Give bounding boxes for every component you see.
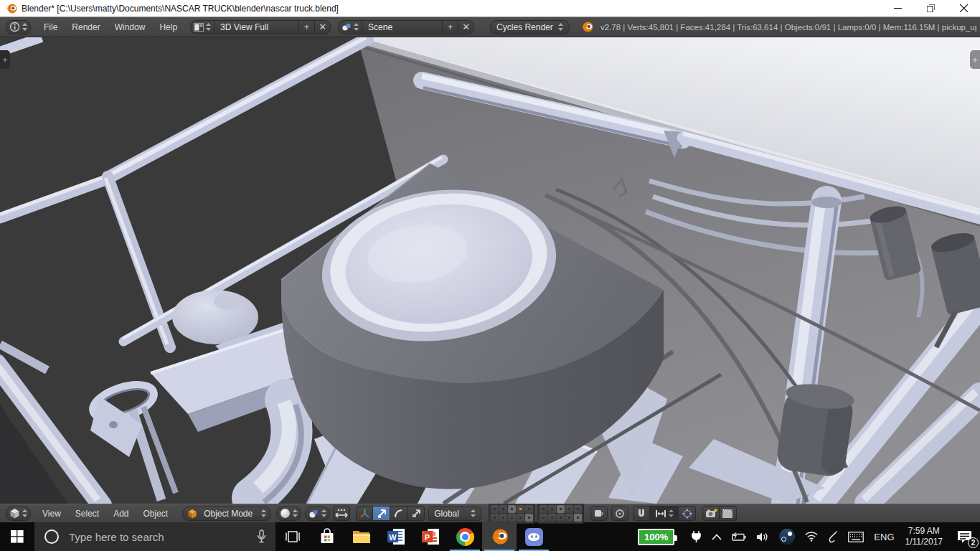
proportional-edit-selector[interactable] <box>611 506 628 521</box>
windows-taskbar: W P <box>0 522 980 551</box>
snap-toggle[interactable] <box>633 506 650 521</box>
select-menu[interactable]: Select <box>68 509 106 519</box>
layer-toggle[interactable] <box>540 505 547 513</box>
render-opengl-animation-button[interactable] <box>720 506 737 521</box>
taskbar-search-box[interactable] <box>34 522 275 551</box>
search-input[interactable] <box>67 530 256 544</box>
selector-arrows-icon <box>22 23 27 32</box>
snap-target-selector[interactable] <box>679 506 696 521</box>
viewport-shading-selector[interactable] <box>276 507 301 521</box>
steam-tray-icon[interactable] <box>774 522 800 551</box>
render-engine-value: Cycles Render <box>496 22 553 32</box>
battery-percentage-indicator[interactable]: 100% <box>633 522 686 551</box>
layer-toggle-active[interactable] <box>517 505 524 513</box>
selector-arrows-icon <box>321 509 326 518</box>
mode-selector[interactable]: Object Mode <box>182 507 271 521</box>
layer-toggle[interactable] <box>525 514 533 522</box>
screen-layout-browse-button[interactable] <box>190 20 215 34</box>
close-button[interactable] <box>947 0 980 17</box>
snap-element-selector[interactable] <box>650 506 679 521</box>
pivot-point-selector[interactable] <box>305 507 330 521</box>
object-menu[interactable]: Object <box>136 509 176 519</box>
layer-toggle[interactable] <box>574 505 582 513</box>
clock[interactable]: 7:59 AM 1/11/2017 <box>900 526 949 547</box>
manipulator-axes-toggle[interactable] <box>356 506 373 521</box>
window-menu[interactable]: Window <box>108 22 153 32</box>
manipulate-centers-toggle[interactable] <box>333 506 350 521</box>
transform-orientation-selector[interactable]: Global <box>428 507 481 521</box>
layer-toggle[interactable] <box>499 505 507 513</box>
battery-tray-icon[interactable] <box>727 522 751 551</box>
lock-to-scene-toggle[interactable] <box>590 506 608 521</box>
delete-scene-button[interactable]: ✕ <box>458 20 474 34</box>
volume-icon[interactable] <box>751 522 774 551</box>
hidden-icons-chevron[interactable] <box>707 522 727 551</box>
taskbar-app-word[interactable]: W <box>379 522 413 551</box>
microphone-icon[interactable] <box>256 529 267 544</box>
editor-type-selector-3d[interactable] <box>6 507 31 521</box>
notification-badge: 2 <box>968 537 979 548</box>
layer-toggle[interactable] <box>565 505 573 513</box>
layer-toggle[interactable] <box>548 514 556 522</box>
add-menu[interactable]: Add <box>106 509 136 519</box>
pen-tray-icon[interactable] <box>823 522 843 551</box>
taskbar-app-chrome[interactable] <box>448 522 482 551</box>
taskbar-app-powerpoint[interactable]: P <box>413 522 448 551</box>
add-layout-button[interactable]: + <box>299 20 315 34</box>
layer-toggle[interactable] <box>525 505 533 513</box>
scale-manipulator-button[interactable] <box>407 506 425 521</box>
layers-widget[interactable] <box>489 503 584 524</box>
layer-toggle[interactable] <box>508 514 516 522</box>
minimize-button[interactable] <box>881 0 914 17</box>
file-menu[interactable]: File <box>37 22 65 32</box>
task-view-button[interactable] <box>275 522 310 551</box>
manipulator-axes-icon <box>359 508 370 519</box>
render-menu[interactable]: Render <box>65 22 107 32</box>
scene-name-field[interactable]: Scene <box>362 20 443 34</box>
render-engine-selector[interactable]: Cycles Render <box>490 20 570 34</box>
taskbar-app-file-explorer[interactable] <box>344 522 379 551</box>
3d-viewport[interactable]: + + <box>0 37 980 504</box>
help-menu[interactable]: Help <box>152 22 184 32</box>
wifi-icon[interactable] <box>800 522 823 551</box>
centers-toggle-icon <box>335 509 348 519</box>
restore-button[interactable] <box>914 0 947 17</box>
svg-text:P: P <box>425 533 430 542</box>
layer-toggle[interactable] <box>557 514 565 522</box>
layer-toggle[interactable] <box>548 505 556 513</box>
power-plug-icon[interactable] <box>686 522 707 551</box>
action-center-button[interactable]: 2 <box>948 522 980 551</box>
layer-toggle[interactable] <box>491 505 499 513</box>
rotate-icon <box>394 509 404 519</box>
screen-layout-name-field[interactable]: 3D View Full <box>215 20 299 34</box>
translate-manipulator-button[interactable] <box>373 506 390 521</box>
scene-browse-button[interactable] <box>338 20 362 34</box>
editor-type-selector[interactable] <box>6 20 31 34</box>
layer-toggle[interactable] <box>499 514 507 522</box>
layer-toggle[interactable] <box>491 514 499 522</box>
shading-sphere-icon <box>280 508 291 519</box>
taskbar-app-discord[interactable] <box>517 522 551 551</box>
layer-toggle[interactable] <box>574 514 582 522</box>
layer-toggle[interactable] <box>565 514 573 522</box>
layer-toggle[interactable] <box>517 514 524 522</box>
view-menu[interactable]: View <box>35 509 68 519</box>
magnet-icon <box>636 509 646 519</box>
rotate-manipulator-button[interactable] <box>390 506 407 521</box>
desktop: Blender* [C:\Users\matty\Documents\NASCA… <box>0 0 980 551</box>
render-opengl-button[interactable] <box>702 506 720 521</box>
add-scene-button[interactable]: + <box>443 20 458 34</box>
delete-layout-button[interactable]: ✕ <box>315 20 331 34</box>
touch-keyboard-icon[interactable] <box>843 522 869 551</box>
layer-toggle[interactable] <box>557 505 565 513</box>
blender-taskbar-icon <box>490 527 509 546</box>
region-expand-tab-right[interactable]: + <box>970 50 980 69</box>
region-expand-tab-left[interactable]: + <box>0 50 10 69</box>
layer-toggle[interactable] <box>540 514 547 522</box>
taskbar-app-store[interactable] <box>310 522 344 551</box>
taskbar-app-blender[interactable] <box>482 522 517 551</box>
start-button[interactable] <box>0 522 34 551</box>
layer-toggle[interactable] <box>508 505 516 513</box>
screen-layout-icon <box>194 23 204 32</box>
language-indicator[interactable]: ENG <box>869 522 899 551</box>
